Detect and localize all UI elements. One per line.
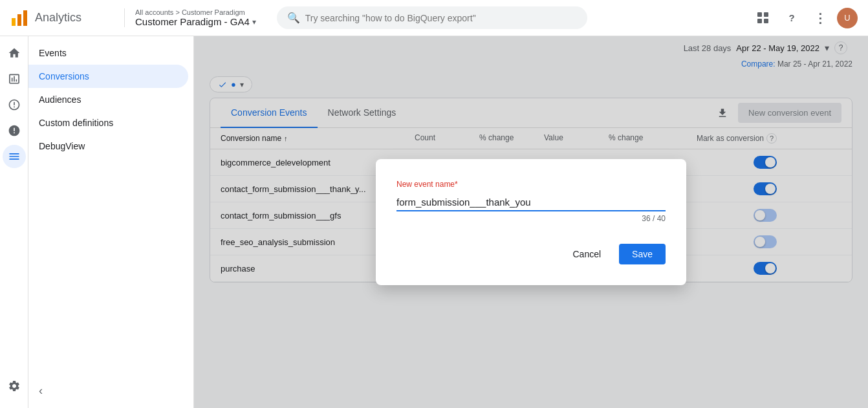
analytics-logo (10, 9, 28, 27)
svg-rect-3 (757, 12, 762, 17)
svg-rect-6 (764, 19, 768, 23)
search-icon: 🔍 (287, 12, 300, 24)
account-area: All accounts > Customer Paradigm Custome… (124, 8, 256, 27)
svg-rect-5 (757, 19, 762, 23)
sidebar-item-conversions[interactable]: Conversions (28, 65, 188, 88)
breadcrumb[interactable]: All accounts > Customer Paradigm (135, 8, 256, 16)
sidebar-icon-settings[interactable] (3, 374, 26, 398)
search-bar[interactable]: 🔍 (277, 6, 587, 29)
char-count: 36 / 40 (396, 214, 666, 223)
save-button[interactable]: Save (619, 244, 666, 264)
svg-rect-4 (764, 12, 768, 17)
main-layout: Events Conversions Audiences Custom defi… (0, 36, 868, 408)
account-selector[interactable]: Customer Paradigm - GA4 ▾ (135, 16, 256, 27)
header-icons: ? ⋮ U (752, 6, 858, 30)
sidebar-item-audiences[interactable]: Audiences (28, 88, 188, 111)
chevron-down-icon: ▾ (252, 17, 256, 27)
apps-icon[interactable] (752, 6, 775, 30)
svg-rect-2 (23, 10, 27, 26)
svg-rect-0 (12, 18, 16, 26)
sidebar-icon-advertising[interactable] (3, 119, 26, 142)
svg-rect-1 (17, 14, 21, 26)
sidebar-item-events[interactable]: Events (28, 41, 188, 65)
modal-label: New event name* (396, 180, 666, 189)
sidebar-item-debugview[interactable]: DebugView (28, 134, 188, 158)
help-icon[interactable]: ? (780, 6, 803, 30)
new-event-name-input[interactable] (396, 194, 666, 211)
modal-overlay: New event name* 36 / 40 Cancel Save (194, 36, 868, 408)
new-event-modal: New event name* 36 / 40 Cancel Save (376, 159, 686, 285)
sidebar-collapse-button[interactable]: ‹ (28, 379, 193, 403)
icon-sidebar (0, 36, 28, 408)
sidebar-icon-reports[interactable] (3, 67, 26, 91)
sidebar-icon-explore[interactable] (3, 93, 26, 116)
cancel-button[interactable]: Cancel (562, 244, 611, 264)
app-title: Analytics (35, 11, 81, 25)
content-area: Last 28 days Apr 22 - May 19, 2022 ▾ ? C… (194, 36, 868, 408)
avatar[interactable]: U (837, 8, 858, 28)
search-input[interactable] (305, 13, 577, 23)
more-icon[interactable]: ⋮ (808, 6, 832, 30)
chevron-left-icon: ‹ (39, 384, 43, 398)
sidebar-icon-configure[interactable] (3, 145, 26, 168)
top-header: Analytics All accounts > Customer Paradi… (0, 0, 868, 36)
sidebar-item-custom-definitions[interactable]: Custom definitions (28, 111, 188, 134)
sidebar-icon-home[interactable] (3, 41, 26, 65)
modal-actions: Cancel Save (396, 244, 666, 264)
icon-sidebar-bottom (3, 374, 26, 408)
logo-area: Analytics (10, 9, 114, 27)
nav-sidebar: Events Conversions Audiences Custom defi… (28, 36, 194, 408)
